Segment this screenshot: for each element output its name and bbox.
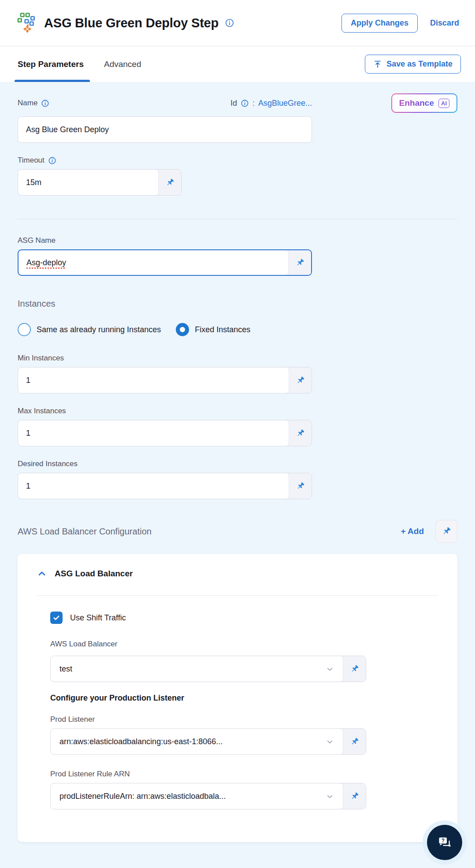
lb-config-header-row: AWS Load Balancer Configuration + Add — [18, 519, 457, 543]
svg-text:?: ? — [442, 838, 445, 844]
step-parameters-form: Name Id : AsgBlueGree... — [0, 82, 475, 868]
name-id-group: Name Id : AsgBlueGree... — [18, 99, 312, 108]
page-title: ASG Blue Green Deploy Step — [44, 16, 219, 30]
instances-radio-group: Same as already running Instances Fixed … — [18, 323, 457, 336]
min-instances-field — [18, 367, 312, 393]
timeout-pin-button[interactable] — [158, 170, 181, 195]
prod-listener-select-value: arn:aws:elasticloadbalancing:us-east-1:8… — [59, 737, 223, 746]
aws-lb-select[interactable]: test — [51, 656, 343, 682]
prod-listener-field: arn:aws:elasticloadbalancing:us-east-1:8… — [50, 728, 366, 755]
prod-listener-rule-label: Prod Listener Rule ARN — [50, 770, 130, 779]
min-instances-label: Min Instances — [18, 354, 64, 363]
asg-name-input[interactable]: Asg-deploy — [19, 250, 288, 275]
min-instances-pin-button[interactable] — [289, 367, 312, 393]
asg-load-balancer-toggle[interactable]: ASG Load Balancer — [37, 569, 438, 579]
desired-instances-input[interactable] — [18, 473, 289, 499]
discard-button[interactable]: Discard — [430, 19, 459, 28]
prod-listener-rule-select-value: prodListenerRuleArn: arn:aws:elasticload… — [59, 792, 226, 801]
question-chat-icon: ? — [436, 834, 453, 851]
title-info-icon[interactable] — [225, 18, 234, 28]
timeout-label: Timeout — [18, 156, 45, 165]
chevron-down-icon — [326, 738, 334, 746]
prod-listener-select[interactable]: arn:aws:elasticloadbalancing:us-east-1:8… — [51, 729, 343, 754]
aws-lb-label: AWS Load Balancer — [50, 640, 117, 649]
prod-listener-label-row: Prod Listener — [50, 715, 438, 724]
section-divider — [18, 219, 457, 219]
radio-same-as-running[interactable]: Same as already running Instances — [18, 323, 161, 336]
prod-listener-rule-field: prodListenerRuleArn: arn:aws:elasticload… — [50, 783, 366, 809]
lb-config-pin-button[interactable] — [435, 520, 457, 543]
add-load-balancer-button[interactable]: + Add — [401, 527, 424, 536]
save-as-template-label: Save as Template — [386, 59, 453, 69]
id-info-icon[interactable] — [241, 99, 249, 108]
asg-name-label-row: ASG Name — [18, 236, 457, 245]
name-info-icon[interactable] — [41, 99, 49, 108]
prod-listener-rule-select[interactable]: prodListenerRuleArn: arn:aws:elasticload… — [51, 783, 343, 809]
ai-badge: AI — [438, 99, 449, 108]
help-chat-button[interactable]: ? — [427, 825, 462, 860]
id-group: Id : AsgBlueGree... — [230, 99, 312, 108]
configure-prod-listener-heading: Configure your Production Listener — [50, 694, 438, 703]
card-fields: Use Shift Traffic AWS Load Balancer test — [50, 612, 438, 809]
enhance-label: Enhance — [399, 98, 434, 108]
name-label: Name — [18, 99, 37, 108]
tabs: Step Parameters Advanced — [18, 46, 365, 82]
max-instances-field — [18, 420, 312, 446]
max-instances-pin-button[interactable] — [289, 420, 312, 446]
desired-instances-field — [18, 473, 312, 499]
timeout-label-row: Timeout — [18, 156, 457, 165]
max-instances-input[interactable] — [18, 420, 289, 446]
desired-instances-pin-button[interactable] — [289, 473, 312, 499]
id-separator: : — [252, 99, 255, 108]
asg-name-value: Asg-deploy — [26, 258, 66, 267]
asg-name-field: Asg-deploy — [18, 249, 312, 276]
asg-load-balancer-title: ASG Load Balancer — [55, 569, 133, 579]
tab-step-parameters[interactable]: Step Parameters — [18, 46, 84, 82]
tab-advanced[interactable]: Advanced — [104, 46, 141, 82]
radio-same-as-running-label: Same as already running Instances — [37, 325, 161, 334]
use-shift-traffic-checkbox[interactable] — [50, 612, 63, 624]
prod-listener-rule-pin-button[interactable] — [343, 783, 366, 809]
chevron-down-icon — [326, 665, 334, 673]
chevron-up-icon — [37, 569, 47, 579]
max-instances-label: Max Instances — [18, 407, 66, 415]
asg-load-balancer-card: ASG Load Balancer Use Shift Traffic AWS … — [18, 554, 457, 842]
upload-icon — [373, 60, 382, 69]
apply-changes-button[interactable]: Apply Changes — [341, 14, 418, 33]
instances-heading: Instances — [18, 299, 457, 309]
lb-config-heading: AWS Load Balancer Configuration — [18, 527, 152, 537]
radio-fixed-instances-circle — [176, 323, 189, 336]
panel-header: ASG Blue Green Deploy Step Apply Changes… — [0, 0, 475, 46]
prod-listener-pin-button[interactable] — [343, 729, 366, 754]
use-shift-traffic-label: Use Shift Traffic — [70, 613, 126, 623]
prod-listener-rule-label-row: Prod Listener Rule ARN — [50, 770, 438, 779]
desired-instances-label: Desired Instances — [18, 460, 78, 468]
radio-fixed-instances[interactable]: Fixed Instances — [176, 323, 250, 336]
timeout-input[interactable] — [18, 170, 158, 195]
min-instances-input[interactable] — [18, 367, 289, 393]
desired-instances-label-row: Desired Instances — [18, 460, 457, 468]
aws-lb-field: test — [50, 656, 366, 682]
id-value: AsgBlueGree... — [258, 99, 312, 108]
prod-listener-label: Prod Listener — [50, 715, 95, 724]
asg-step-icon — [17, 12, 38, 33]
asg-name-label: ASG Name — [18, 236, 56, 245]
step-config-panel: ASG Blue Green Deploy Step Apply Changes… — [0, 0, 475, 868]
enhance-ai-button-inner: Enhance AI — [392, 94, 456, 112]
asg-name-pin-button[interactable] — [288, 250, 311, 275]
enhance-ai-button[interactable]: Enhance AI — [391, 93, 457, 113]
timeout-info-icon[interactable] — [48, 156, 56, 165]
aws-lb-select-value: test — [59, 664, 72, 674]
tab-bar: Step Parameters Advanced Save as Templat… — [0, 46, 475, 82]
use-shift-traffic-checkbox-row[interactable]: Use Shift Traffic — [50, 612, 438, 624]
header-title-group: ASG Blue Green Deploy Step — [17, 12, 341, 33]
name-id-row: Name Id : AsgBlueGree... — [18, 92, 457, 115]
save-as-template-button[interactable]: Save as Template — [365, 55, 461, 74]
name-label-group: Name — [18, 99, 49, 108]
header-actions: Apply Changes Discard — [341, 14, 459, 33]
max-instances-label-row: Max Instances — [18, 407, 457, 415]
name-input[interactable] — [18, 116, 312, 143]
tab-step-parameters-label: Step Parameters — [18, 59, 84, 69]
aws-lb-pin-button[interactable] — [343, 656, 366, 682]
aws-lb-label-row: AWS Load Balancer — [50, 640, 438, 649]
